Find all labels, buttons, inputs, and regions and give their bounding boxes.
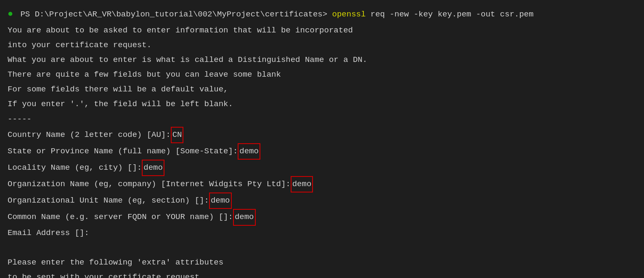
terminal-line: You are about to be asked to enter infor… (8, 23, 636, 38)
terminal-line: There are quite a few fields but you can… (8, 67, 636, 82)
field-label: Organizational Unit Name (eg, section) [… (8, 193, 209, 208)
field-label: State or Province Name (full name) [Some… (8, 144, 238, 159)
terminal-line: ----- (8, 112, 636, 127)
field-label: Locality Name (eg, city) []: (8, 160, 142, 175)
terminal-line: What you are about to enter is what is c… (8, 53, 636, 67)
prompt-ps-label: PS (20, 7, 34, 22)
field-label: Email Address []: (8, 226, 89, 241)
command-keyword: openssl (327, 7, 366, 22)
blank-line (8, 241, 636, 255)
terminal-line: into your certificate request. (8, 38, 636, 53)
terminal-line: to be sent with your certificate request (8, 270, 636, 278)
terminal-line: For some fields there will be a default … (8, 82, 636, 97)
terminal-line: Country Name (2 letter code) [AU]:CN (8, 127, 636, 143)
terminal-text: If you enter '.', the field will be left… (8, 97, 233, 112)
prompt-path: D:\Project\AR_VR\babylon_tutorial\002\My… (35, 7, 328, 22)
terminal-line: Organization Name (eg, company) [Interne… (8, 176, 636, 192)
terminal-text: You are about to be asked to enter infor… (8, 23, 353, 38)
command-args: req -new -key key.pem -out csr.pem (366, 7, 533, 22)
field-value: demo (233, 209, 256, 225)
terminal-text: Please enter the following 'extra' attri… (8, 255, 223, 270)
terminal-line: Please enter the following 'extra' attri… (8, 255, 636, 270)
field-label: Organization Name (eg, company) [Interne… (8, 177, 291, 192)
terminal-text: ----- (8, 112, 32, 127)
field-value: demo (291, 176, 313, 192)
field-value: CN (171, 127, 184, 143)
terminal-text: into your certificate request. (8, 38, 151, 53)
terminal-line: Organizational Unit Name (eg, section) [… (8, 192, 636, 209)
field-label: Common Name (e.g. server FQDN or YOUR na… (8, 210, 233, 225)
terminal-line: ● PS D:\Project\AR_VR\babylon_tutorial\0… (8, 6, 636, 23)
field-value: demo (238, 143, 260, 160)
terminal-line: Locality Name (eg, city) []:demo (8, 160, 636, 176)
terminal-line: If you enter '.', the field will be left… (8, 97, 636, 112)
terminal-window: ● PS D:\Project\AR_VR\babylon_tutorial\0… (0, 0, 644, 278)
field-value: demo (142, 160, 164, 176)
terminal-text: There are quite a few fields but you can… (8, 67, 281, 82)
prompt-bullet: ● (8, 6, 19, 23)
terminal-text: What you are about to enter is what is c… (8, 53, 367, 67)
terminal-line: Email Address []: (8, 226, 636, 241)
field-value: demo (209, 192, 232, 209)
field-label: Country Name (2 letter code) [AU]: (8, 128, 171, 142)
terminal-line: Common Name (e.g. server FQDN or YOUR na… (8, 209, 636, 225)
terminal-text: For some fields there will be a default … (8, 82, 228, 97)
terminal-line: State or Province Name (full name) [Some… (8, 143, 636, 160)
terminal-text: to be sent with your certificate request (8, 270, 199, 278)
